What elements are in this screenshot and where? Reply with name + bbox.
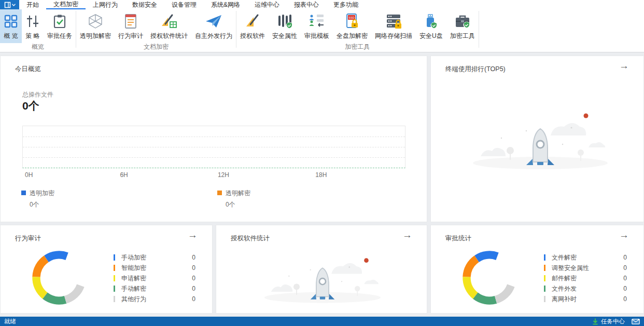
menu-item-doc-encryption[interactable]: 文档加密 xyxy=(46,0,86,9)
dashboard: 今日概览 总操作文件 0个 0H 6H 12H 18H 透明加密 0个 透明解密… xyxy=(0,52,644,317)
menu-item-report-center[interactable]: 报表中心 xyxy=(287,0,326,9)
ribbon-group-doc-encryption: 透明加解密 行为审计 xyxy=(76,9,236,52)
app-menu-button[interactable] xyxy=(0,0,19,9)
arrow-right-icon[interactable]: → xyxy=(619,230,629,240)
panel-title: 终端使用排行(TOP5) xyxy=(445,65,506,74)
menu-item-start[interactable]: 开始 xyxy=(19,0,46,9)
ribbon-item-policy[interactable]: 策 略 xyxy=(22,9,44,43)
svg-text:SSD: SSD xyxy=(348,16,354,19)
panel-today-overview: 今日概览 总操作文件 0个 0H 6H 12H 18H 透明加密 0个 透明解密… xyxy=(0,56,427,222)
ribbon-item-secure-usb[interactable]: 安全U盘 xyxy=(416,9,446,43)
panel-title: 审批统计 xyxy=(445,234,471,243)
audit-list-icon xyxy=(124,12,137,31)
arrow-right-icon[interactable]: → xyxy=(402,230,412,240)
ruler-pencil-table-icon xyxy=(160,12,178,31)
menu-item-ops-center[interactable]: 运维中心 xyxy=(247,0,287,9)
metric-value: 0个 xyxy=(22,99,39,113)
task-center-label: 任务中心 xyxy=(601,318,625,325)
clipboard-check-icon xyxy=(52,12,67,31)
cube-icon xyxy=(87,12,104,31)
ribbon-item-approval-template[interactable]: 审批模板 xyxy=(301,9,333,43)
legend-row: 手动加密0 xyxy=(114,252,195,263)
message-icon[interactable] xyxy=(632,319,640,324)
ribbon: 概 览 策 略 xyxy=(0,9,644,52)
server-lock-icon xyxy=(385,12,402,31)
legend-marker xyxy=(21,191,26,195)
legend-row: 邮件解密0 xyxy=(544,273,627,283)
ribbon-group-label-crypt-tools: 加密工具 xyxy=(236,43,479,52)
workflow-icon xyxy=(309,12,325,31)
ribbon-item-crypt-tools[interactable]: 加密工具 xyxy=(446,9,479,43)
legend-row: 文件外发0 xyxy=(544,283,627,294)
fence-shield-icon xyxy=(276,12,293,31)
download-arrow-icon xyxy=(592,318,598,325)
empty-state-rocket-illustration xyxy=(465,107,615,172)
legend-transparent-encrypt: 透明加密 0个 xyxy=(21,189,54,209)
menu-item-web-behavior[interactable]: 上网行为 xyxy=(86,0,125,9)
ruler-pencil-icon xyxy=(245,12,260,31)
chevron-down-icon xyxy=(12,4,16,6)
ribbon-item-security-attributes[interactable]: 安全属性 xyxy=(269,9,301,43)
ribbon-item-fulldisk-crypt[interactable]: SSD 全盘加解密 xyxy=(333,9,371,43)
task-center-button[interactable]: 任务中心 xyxy=(592,318,640,325)
arrow-right-icon[interactable]: → xyxy=(188,230,198,240)
behavior-audit-legend: 手动加密0 智能加密0 申请解密0 手动解密0 其他行为0 xyxy=(114,252,195,304)
status-text: 就绪 xyxy=(4,318,16,325)
menu-item-system-network[interactable]: 系统&网络 xyxy=(204,0,247,9)
menu-item-data-security[interactable]: 数据安全 xyxy=(125,0,164,9)
panel-title: 今日概览 xyxy=(15,65,41,74)
legend-row: 离网补时0 xyxy=(544,294,627,304)
panel-software-stats: 授权软件统计 → xyxy=(216,225,427,314)
policy-sliders-icon xyxy=(25,12,40,31)
app-window-icon xyxy=(4,2,11,8)
legend-row: 文件解密0 xyxy=(544,252,627,263)
overview-grid-icon xyxy=(4,12,18,31)
ribbon-item-behavior-audit[interactable]: 行为审计 xyxy=(115,9,147,43)
panel-terminal-rank: 终端使用排行(TOP5) → xyxy=(430,56,644,222)
menu-item-more[interactable]: 更多功能 xyxy=(326,0,366,9)
paper-plane-icon xyxy=(205,12,222,31)
ribbon-item-software-stats[interactable]: 授权软件统计 xyxy=(147,9,191,43)
ribbon-item-overview[interactable]: 概 览 xyxy=(0,9,22,43)
ribbon-item-outgoing-behavior[interactable]: 自主外发行为 xyxy=(191,9,236,43)
panel-title: 授权软件统计 xyxy=(231,234,270,243)
legend-row: 智能加密0 xyxy=(114,263,195,273)
arrow-right-icon[interactable]: → xyxy=(619,61,629,71)
metric-label: 总操作文件 xyxy=(22,90,53,99)
x-axis-labels: 0H 6H 12H 18H xyxy=(22,171,405,179)
ribbon-item-transparent-crypt[interactable]: 透明加解密 xyxy=(76,9,115,43)
approval-stats-legend: 文件解密0 调整安全属性0 邮件解密0 文件外发0 离网补时0 xyxy=(544,252,627,304)
usb-shield-icon xyxy=(424,12,438,31)
panel-title: 行为审计 xyxy=(15,234,41,243)
today-line-chart xyxy=(22,126,405,168)
ribbon-group-overview: 概 览 策 略 xyxy=(0,9,76,52)
briefcase-shield-icon xyxy=(454,12,471,31)
ribbon-item-licensed-software[interactable]: 授权软件 xyxy=(236,9,269,43)
ssd-lock-icon: SSD xyxy=(344,12,360,31)
legend-row: 手动解密0 xyxy=(114,283,195,294)
statusbar: 就绪 任务中心 xyxy=(0,317,644,326)
legend-row: 申请解密0 xyxy=(114,273,195,283)
menu-item-device-mgmt[interactable]: 设备管理 xyxy=(164,0,204,9)
menubar: 开始 文档加密 上网行为 数据安全 设备管理 系统&网络 运维中心 报表中心 更… xyxy=(0,0,644,9)
legend-row: 调整安全属性0 xyxy=(544,263,627,273)
panel-behavior-audit: 行为审计 → 手动加密0 智能加密0 申请解密0 手动解密0 其他行为0 xyxy=(0,225,213,314)
behavior-audit-donut-chart xyxy=(31,249,88,306)
ribbon-item-approval-tasks[interactable]: 审批任务 xyxy=(44,9,76,43)
legend-row: 其他行为0 xyxy=(114,294,195,304)
ribbon-group-crypt-tools: 授权软件 安全属性 xyxy=(236,9,479,52)
ribbon-separator xyxy=(479,11,479,48)
ribbon-group-label-overview: 概览 xyxy=(0,43,76,52)
panel-approval-stats: 审批统计 → 文件解密0 调整安全属性0 邮件解密0 文件外发0 离网补时0 xyxy=(430,225,644,314)
empty-state-rocket-illustration xyxy=(258,244,387,310)
legend-transparent-decrypt: 透明解密 0个 xyxy=(217,189,250,209)
legend-marker xyxy=(217,191,222,195)
ribbon-item-network-storage-scan[interactable]: 网络存储扫描 xyxy=(371,9,416,43)
approval-stats-donut-chart xyxy=(461,249,518,306)
ribbon-group-label-doc-encryption: 文档加密 xyxy=(76,43,236,52)
